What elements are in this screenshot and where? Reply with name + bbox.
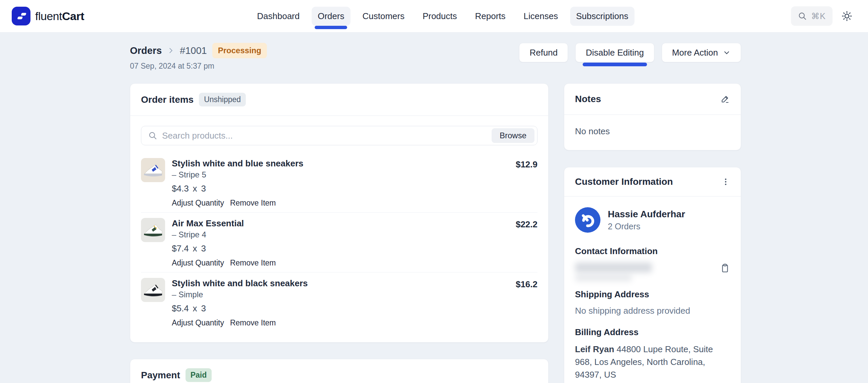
brand-logo[interactable]: fluentCart	[12, 7, 84, 26]
search-icon	[798, 11, 807, 21]
fluentcart-logo-icon	[12, 7, 30, 26]
page-content: Orders #1001 Processing 07 Sep, 2024 at …	[0, 43, 868, 383]
nav-orders-label: Orders	[318, 11, 344, 21]
price-quantity: $4.3 x 3	[172, 184, 509, 194]
shipment-status-badge: Unshipped	[199, 93, 246, 106]
customer-avatar	[575, 207, 600, 233]
notes-card: Notes No notes	[564, 83, 741, 150]
order-main-column: Order items Unshipped Browse	[130, 83, 549, 383]
edit-notes-button[interactable]	[720, 94, 730, 104]
product-name[interactable]: Stylish white and blue sneakers	[172, 158, 509, 169]
order-toolbar: Orders #1001 Processing 07 Sep, 2024 at …	[130, 43, 741, 71]
disable-editing-button[interactable]: Disable Editing	[575, 43, 654, 62]
notes-header: Notes	[564, 84, 741, 115]
customer-summary[interactable]: Hassie Aufderhar 2 Orders	[575, 207, 730, 233]
payment-card: Payment Paid	[130, 359, 549, 383]
nav-subscriptions[interactable]: Subscriptions	[570, 7, 634, 26]
kebab-menu-icon	[721, 178, 730, 186]
chevron-right-icon	[167, 47, 175, 54]
shipping-heading: Shipping Address	[575, 289, 730, 300]
product-info: Stylish white and black sneakers – Simpl…	[172, 278, 509, 327]
product-name[interactable]: Air Max Essential	[172, 218, 509, 229]
payment-status-badge: Paid	[186, 368, 212, 382]
unit-price: $5.4	[172, 303, 189, 314]
billing-heading: Billing Address	[575, 327, 730, 338]
order-item-row: Stylish white and blue sneakers – Stripe…	[141, 153, 537, 213]
price-quantity: $7.4 x 3	[172, 244, 509, 254]
quantity: 3	[201, 184, 206, 194]
nav-products[interactable]: Products	[416, 7, 463, 26]
order-items-body: Browse	[130, 116, 548, 342]
customer-menu-button[interactable]	[721, 178, 730, 186]
disable-editing-label: Disable Editing	[586, 47, 644, 58]
product-variant: – Stripe 5	[172, 170, 509, 180]
order-date: 07 Sep, 2024 at 5:37 pm	[130, 62, 267, 71]
customer-info-card: Customer Information	[564, 167, 741, 383]
payment-title: Payment	[141, 370, 180, 381]
order-item-row: Air Max Essential – Stripe 4 $7.4 x 3 Ad…	[141, 213, 537, 273]
product-name[interactable]: Stylish white and black sneakers	[172, 278, 509, 289]
top-navigation-bar: fluentCart Dashboard Orders Customers Pr…	[0, 0, 868, 32]
chevron-down-icon	[723, 49, 731, 57]
customer-name: Hassie Aufderhar	[608, 209, 685, 220]
more-action-button[interactable]: More Action	[662, 43, 741, 62]
product-info: Stylish white and blue sneakers – Stripe…	[172, 158, 509, 208]
product-thumbnail	[141, 158, 165, 182]
order-layout: Order items Unshipped Browse	[130, 83, 741, 383]
order-number: #1001	[180, 45, 207, 56]
remove-item-link[interactable]: Remove Item	[230, 318, 276, 327]
line-total: $22.2	[516, 219, 537, 267]
notes-title: Notes	[575, 94, 601, 104]
order-actions: Refund Disable Editing More Action	[519, 43, 741, 62]
customer-info-header: Customer Information	[564, 167, 741, 196]
notes-empty-text: No notes	[564, 115, 741, 150]
adjust-quantity-link[interactable]: Adjust Quantity	[172, 198, 224, 208]
item-actions: Adjust Quantity Remove Item	[172, 258, 509, 267]
unit-price: $4.3	[172, 184, 189, 194]
global-search-button[interactable]: ⌘K	[791, 6, 833, 26]
remove-item-link[interactable]: Remove Item	[230, 198, 276, 208]
breadcrumb-orders-link[interactable]: Orders	[130, 45, 162, 56]
line-total: $16.2	[516, 279, 537, 327]
refund-button[interactable]: Refund	[519, 43, 568, 62]
product-variant: – Stripe 4	[172, 230, 509, 240]
product-thumbnail	[141, 218, 165, 242]
customer-orders-count: 2 Orders	[608, 222, 685, 231]
theme-toggle-button[interactable]	[841, 10, 852, 22]
nav-orders[interactable]: Orders	[312, 7, 350, 26]
product-thumbnail	[141, 278, 165, 302]
brand-name: fluentCart	[35, 10, 84, 23]
qty-separator: x	[193, 184, 197, 194]
header-right-controls: ⌘K	[791, 6, 852, 26]
order-heading-block: Orders #1001 Processing 07 Sep, 2024 at …	[130, 43, 267, 71]
order-items-header: Order items Unshipped	[130, 84, 548, 116]
customer-name-block: Hassie Aufderhar 2 Orders	[608, 209, 685, 231]
order-side-column: Notes No notes Customer Information	[564, 83, 741, 383]
nav-customers[interactable]: Customers	[356, 7, 410, 26]
qty-separator: x	[193, 244, 197, 254]
copy-email-button[interactable]	[720, 263, 730, 273]
product-search-box: Browse	[141, 126, 537, 145]
browse-products-button[interactable]: Browse	[492, 128, 534, 143]
payment-header: Payment Paid	[130, 359, 548, 383]
adjust-quantity-link[interactable]: Adjust Quantity	[172, 258, 224, 267]
contact-email-row	[575, 262, 730, 281]
main-nav: Dashboard Orders Customers Products Repo…	[251, 7, 634, 26]
quantity: 3	[201, 303, 206, 314]
adjust-quantity-link[interactable]: Adjust Quantity	[172, 318, 224, 327]
remove-item-link[interactable]: Remove Item	[230, 258, 276, 267]
editing-progress-bar	[583, 63, 647, 66]
nav-dashboard[interactable]: Dashboard	[251, 7, 306, 26]
billing-address-text: Leif Ryan 44800 Lupe Route, Suite 968, L…	[575, 343, 730, 381]
nav-reports[interactable]: Reports	[469, 7, 512, 26]
order-items-title: Order items	[141, 94, 193, 105]
order-item-row: Stylish white and black sneakers – Simpl…	[141, 273, 537, 332]
qty-separator: x	[193, 303, 197, 314]
unit-price: $7.4	[172, 244, 189, 254]
item-actions: Adjust Quantity Remove Item	[172, 198, 509, 208]
pencil-icon	[720, 94, 730, 104]
nav-licenses[interactable]: Licenses	[518, 7, 564, 26]
contact-email-redacted	[575, 262, 652, 281]
item-actions: Adjust Quantity Remove Item	[172, 318, 509, 327]
product-search-input[interactable]	[162, 131, 492, 141]
